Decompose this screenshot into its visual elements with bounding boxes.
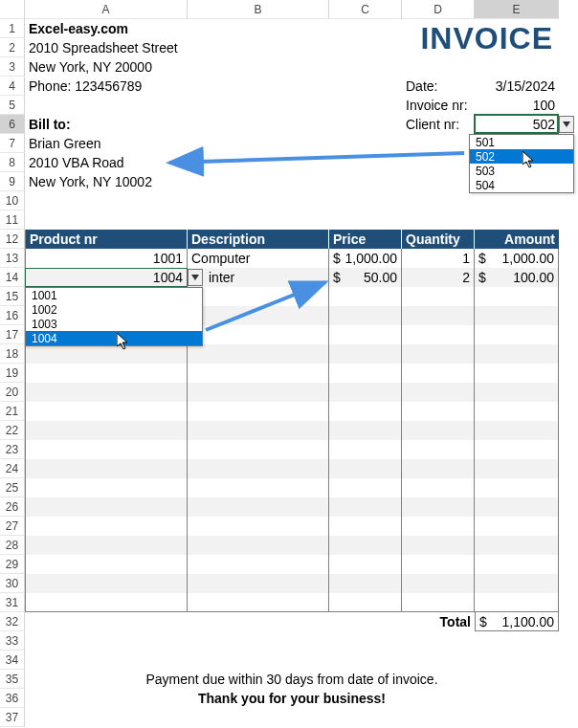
row-header-30[interactable]: 30 xyxy=(0,574,25,593)
row-header-5[interactable]: 5 xyxy=(0,96,25,115)
invoicenr-label[interactable]: Invoice nr: xyxy=(402,96,475,115)
col-header-D[interactable]: D xyxy=(402,0,475,19)
col-header-C[interactable]: C xyxy=(329,0,402,19)
row-header-6[interactable]: 6 xyxy=(0,115,25,134)
footer-payment-terms: Payment due within 30 days from date of … xyxy=(25,670,559,689)
row-header-25[interactable]: 25 xyxy=(0,478,25,497)
company-phone[interactable]: Phone: 123456789 xyxy=(25,77,188,96)
clientnr-option[interactable]: 502 xyxy=(470,149,573,164)
clientnr-dropdown-button[interactable] xyxy=(559,116,574,133)
price-cell[interactable]: $1,000.00 xyxy=(329,249,402,268)
total-label[interactable]: Total xyxy=(402,612,475,631)
clientnr-value[interactable]: 502 xyxy=(475,115,559,134)
row-header-34[interactable]: 34 xyxy=(0,651,25,670)
row-header-37[interactable]: 37 xyxy=(0,708,25,727)
productnr-option[interactable]: 1001 xyxy=(26,288,202,302)
row-header-32[interactable]: 32 xyxy=(0,612,25,631)
company-street[interactable]: 2010 Spreadsheet Street xyxy=(25,38,188,57)
row-header-10[interactable]: 10 xyxy=(0,191,25,210)
productnr-dropdown-button[interactable] xyxy=(188,269,203,286)
row-header-1[interactable]: 1 xyxy=(0,19,25,38)
quantity-cell[interactable]: 1 xyxy=(402,249,475,268)
clientnr-option[interactable]: 503 xyxy=(470,164,573,178)
product-nr-cell[interactable]: 1004 xyxy=(25,268,188,287)
row-header-26[interactable]: 26 xyxy=(0,497,25,517)
row-header-36[interactable]: 36 xyxy=(0,689,25,708)
row-header-15[interactable]: 15 xyxy=(0,287,25,306)
row-header-7[interactable]: 7 xyxy=(0,134,25,153)
clientnr-label[interactable]: Client nr: xyxy=(402,115,475,134)
row-header-17[interactable]: 17 xyxy=(0,325,25,344)
row-header-31[interactable]: 31 xyxy=(0,593,25,612)
productnr-option[interactable]: 1004 xyxy=(26,331,202,345)
row-header-11[interactable]: 11 xyxy=(0,210,25,230)
row-header-29[interactable]: 29 xyxy=(0,555,25,574)
row-header-27[interactable]: 27 xyxy=(0,517,25,536)
row-header-21[interactable]: 21 xyxy=(0,402,25,421)
row-header-14[interactable]: 14 xyxy=(0,268,25,287)
table-header-productNr[interactable]: Product nr xyxy=(25,230,188,249)
product-nr-cell[interactable]: 1001 xyxy=(25,249,188,268)
row-header-22[interactable]: 22 xyxy=(0,421,25,440)
productnr-option[interactable]: 1003 xyxy=(26,317,202,331)
row-header-23[interactable]: 23 xyxy=(0,440,25,459)
productnr-option[interactable]: 1002 xyxy=(26,302,202,317)
table-header-amount[interactable]: Amount xyxy=(475,230,559,249)
row-header-8[interactable]: 8 xyxy=(0,153,25,172)
clientnr-option[interactable]: 504 xyxy=(470,178,573,192)
col-header-E[interactable]: E xyxy=(475,0,559,19)
amount-cell[interactable]: $100.00 xyxy=(475,268,559,287)
row-header-19[interactable]: 19 xyxy=(0,364,25,383)
productnr-dropdown-list[interactable]: 1001100210031004 xyxy=(25,287,203,346)
price-cell[interactable]: $50.00 xyxy=(329,268,402,287)
col-header-A[interactable]: A xyxy=(25,0,188,19)
row-header-20[interactable]: 20 xyxy=(0,383,25,402)
company-name[interactable]: Excel-easy.com xyxy=(25,19,188,38)
row-header-18[interactable]: 18 xyxy=(0,344,25,364)
clientnr-option[interactable]: 501 xyxy=(470,135,573,149)
amount-cell[interactable]: $1,000.00 xyxy=(475,249,559,268)
date-label[interactable]: Date: xyxy=(402,77,475,96)
col-header-B[interactable]: B xyxy=(188,0,329,19)
quantity-cell[interactable]: 2 xyxy=(402,268,475,287)
billto-name[interactable]: Brian Green xyxy=(25,134,188,153)
row-header-28[interactable]: 28 xyxy=(0,536,25,555)
description-cell[interactable]: inter xyxy=(188,268,329,287)
footer-thankyou: Thank you for your business! xyxy=(25,689,559,708)
date-value[interactable]: 3/15/2024 xyxy=(475,77,559,96)
row-header-2[interactable]: 2 xyxy=(0,38,25,57)
table-header-quantity[interactable]: Quantity xyxy=(402,230,475,249)
row-header-12[interactable]: 12 xyxy=(0,230,25,249)
table-header-price[interactable]: Price xyxy=(329,230,402,249)
table-header-description[interactable]: Description xyxy=(188,230,329,249)
invoicenr-value[interactable]: 100 xyxy=(475,96,559,115)
row-header-24[interactable]: 24 xyxy=(0,459,25,478)
total-value[interactable]: $1,100.00 xyxy=(475,612,559,631)
description-cell[interactable]: Computer xyxy=(188,249,329,268)
row-header-9[interactable]: 9 xyxy=(0,172,25,191)
row-header-13[interactable]: 13 xyxy=(0,249,25,268)
clientnr-dropdown-list[interactable]: 501502503504 xyxy=(469,134,574,193)
row-header-3[interactable]: 3 xyxy=(0,57,25,77)
row-header-4[interactable]: 4 xyxy=(0,77,25,96)
company-city[interactable]: New York, NY 20000 xyxy=(25,57,188,77)
billto-city[interactable]: New York, NY 10002 xyxy=(25,172,188,191)
invoice-title: INVOICE xyxy=(402,19,559,57)
billto-street[interactable]: 2010 VBA Road xyxy=(25,153,188,172)
row-header-35[interactable]: 35 xyxy=(0,670,25,689)
row-header-33[interactable]: 33 xyxy=(0,631,25,651)
billto-label[interactable]: Bill to: xyxy=(25,115,188,134)
row-header-16[interactable]: 16 xyxy=(0,306,25,325)
